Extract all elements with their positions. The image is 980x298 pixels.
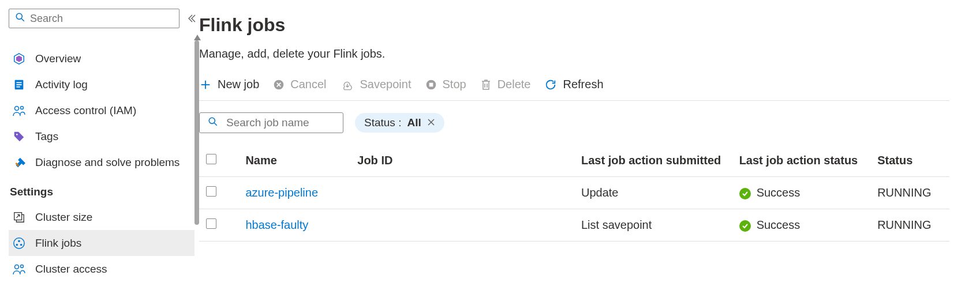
delete-button: Delete xyxy=(480,78,531,91)
job-name-link[interactable]: hbase-faulty xyxy=(245,218,308,231)
sidebar-item-label: Cluster access xyxy=(35,263,107,276)
sidebar-item-overview[interactable]: Overview xyxy=(9,46,194,71)
svg-point-26 xyxy=(209,118,215,123)
access-control-icon xyxy=(12,104,26,118)
row-checkbox[interactable] xyxy=(206,186,216,197)
sidebar-item-label: Access control (IAM) xyxy=(35,104,136,117)
sidebar-item-cluster-access[interactable]: Cluster access xyxy=(9,256,194,282)
last-action-submitted-cell: Update xyxy=(574,177,732,209)
job-id-cell xyxy=(350,209,574,242)
svg-rect-6 xyxy=(16,82,21,83)
toolbar-label: Delete xyxy=(498,78,531,91)
savepoint-button: Savepoint xyxy=(341,78,412,91)
savepoint-icon xyxy=(341,79,354,90)
sidebar-item-label: Diagnose and solve problems xyxy=(35,156,179,169)
sidebar-item-activity-log[interactable]: Activity log xyxy=(9,71,194,97)
select-all-checkbox[interactable] xyxy=(206,154,216,164)
job-id-cell xyxy=(350,177,574,209)
svg-point-9 xyxy=(15,106,19,110)
table-row[interactable]: hbase-faulty List savepoint Success RUNN… xyxy=(199,209,949,242)
overview-icon xyxy=(12,52,26,66)
svg-rect-25 xyxy=(429,82,433,86)
svg-point-15 xyxy=(16,243,18,246)
new-job-button[interactable]: New job xyxy=(199,78,259,91)
delete-icon xyxy=(480,78,492,91)
sidebar-item-tags[interactable]: Tags xyxy=(9,123,194,149)
last-action-status-cell: Success xyxy=(732,209,870,242)
cluster-access-icon xyxy=(12,262,26,276)
page-subtitle: Manage, add, delete your Flink jobs. xyxy=(199,47,980,61)
svg-point-13 xyxy=(14,237,24,248)
svg-point-0 xyxy=(16,13,22,19)
svg-point-14 xyxy=(18,240,20,242)
table-header-row: Name Job ID Last job action submitted La… xyxy=(199,145,949,177)
svg-point-10 xyxy=(21,106,24,109)
toolbar: New job Cancel Savepoint Stop Delete xyxy=(199,78,949,101)
page-title: Flink jobs xyxy=(199,14,980,36)
table-row[interactable]: azure-pipeline Update Success RUNNING xyxy=(199,177,949,209)
stop-icon xyxy=(425,79,437,90)
svg-rect-8 xyxy=(16,86,20,87)
cluster-size-icon xyxy=(12,210,26,224)
sidebar-item-label: Flink jobs xyxy=(35,237,81,250)
close-icon[interactable] xyxy=(427,116,435,129)
status-filter-pill[interactable]: Status : All xyxy=(355,113,444,133)
jobs-table: Name Job ID Last job action submitted La… xyxy=(199,145,949,242)
svg-line-27 xyxy=(214,123,217,126)
svg-rect-7 xyxy=(16,84,21,85)
toolbar-label: Refresh xyxy=(563,78,603,91)
stop-button: Stop xyxy=(425,78,466,91)
toolbar-label: Cancel xyxy=(290,78,326,91)
sidebar-item-label: Cluster size xyxy=(35,211,92,224)
sidebar-item-label: Activity log xyxy=(35,78,88,91)
tags-icon xyxy=(12,130,26,144)
col-status[interactable]: Status xyxy=(870,145,949,177)
col-name[interactable]: Name xyxy=(238,145,350,177)
pill-value: All xyxy=(407,116,421,129)
last-action-submitted-cell: List savepoint xyxy=(574,209,732,242)
status-cell: RUNNING xyxy=(870,209,949,242)
svg-point-11 xyxy=(16,133,18,135)
sidebar-scrollbar[interactable] xyxy=(194,40,199,225)
sidebar-search[interactable] xyxy=(9,9,179,28)
search-icon xyxy=(15,12,30,25)
svg-line-1 xyxy=(21,18,24,21)
row-checkbox[interactable] xyxy=(206,218,216,229)
svg-point-16 xyxy=(20,243,23,246)
refresh-button[interactable]: Refresh xyxy=(544,78,603,91)
pill-prefix: Status : xyxy=(364,116,401,129)
cancel-button: Cancel xyxy=(273,78,326,91)
last-action-status-cell: Success xyxy=(732,177,870,209)
svg-point-17 xyxy=(15,265,19,269)
activity-log-icon xyxy=(12,78,26,92)
col-last-action-submitted[interactable]: Last job action submitted xyxy=(574,145,732,177)
flink-jobs-icon xyxy=(12,236,26,250)
sidebar-search-input[interactable] xyxy=(30,13,173,25)
col-last-action-status[interactable]: Last job action status xyxy=(732,145,870,177)
collapse-sidebar-button[interactable] xyxy=(187,14,196,25)
sidebar-item-cluster-size[interactable]: Cluster size xyxy=(9,204,194,230)
search-icon xyxy=(208,116,226,129)
svg-point-18 xyxy=(21,265,24,267)
success-icon xyxy=(739,220,751,232)
svg-marker-4 xyxy=(16,55,22,62)
main-content: Flink jobs Manage, add, delete your Flin… xyxy=(199,0,980,298)
refresh-icon xyxy=(544,78,557,91)
sidebar-item-flink-jobs[interactable]: Flink jobs xyxy=(9,230,194,256)
sidebar-item-access-control[interactable]: Access control (IAM) xyxy=(9,97,194,123)
svg-marker-2 xyxy=(194,35,201,40)
sidebar-nav: Overview Activity log Access control (IA… xyxy=(9,46,194,282)
sidebar-section-settings: Settings xyxy=(9,175,194,204)
job-search[interactable] xyxy=(199,112,343,133)
job-name-link[interactable]: azure-pipeline xyxy=(245,186,318,199)
job-search-input[interactable] xyxy=(226,116,335,129)
diagnose-icon xyxy=(12,156,26,169)
col-job-id[interactable]: Job ID xyxy=(350,145,574,177)
sidebar-item-label: Overview xyxy=(35,52,81,65)
cancel-icon xyxy=(273,79,285,90)
plus-icon xyxy=(199,78,212,91)
sidebar-item-label: Tags xyxy=(35,130,58,143)
toolbar-label: New job xyxy=(218,78,259,91)
sidebar-item-diagnose[interactable]: Diagnose and solve problems xyxy=(9,149,194,175)
sidebar: Overview Activity log Access control (IA… xyxy=(0,0,199,298)
